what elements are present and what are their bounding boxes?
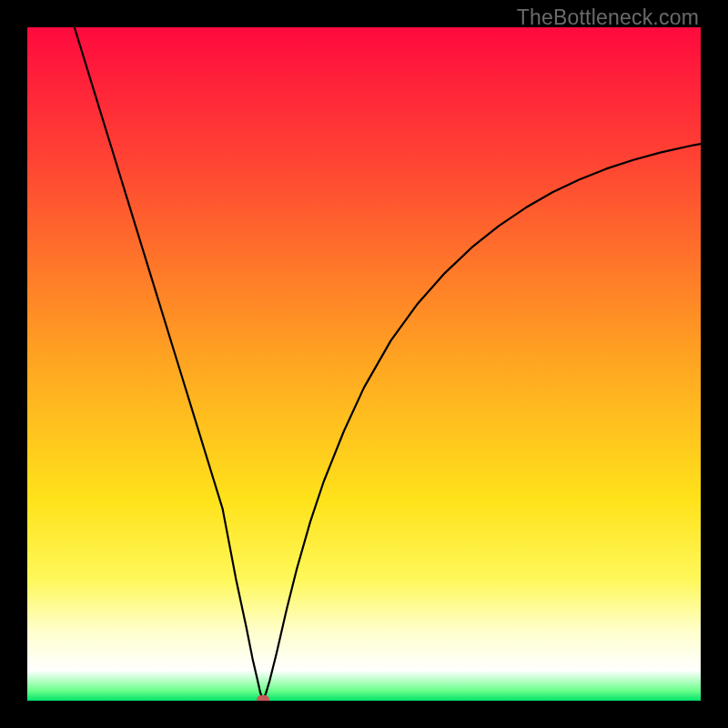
chart-frame: TheBottleneck.com [0, 0, 728, 728]
bottleneck-curve [27, 27, 701, 701]
plot-area [27, 27, 701, 701]
optimal-point-marker [257, 695, 269, 701]
watermark-label: TheBottleneck.com [517, 5, 699, 30]
